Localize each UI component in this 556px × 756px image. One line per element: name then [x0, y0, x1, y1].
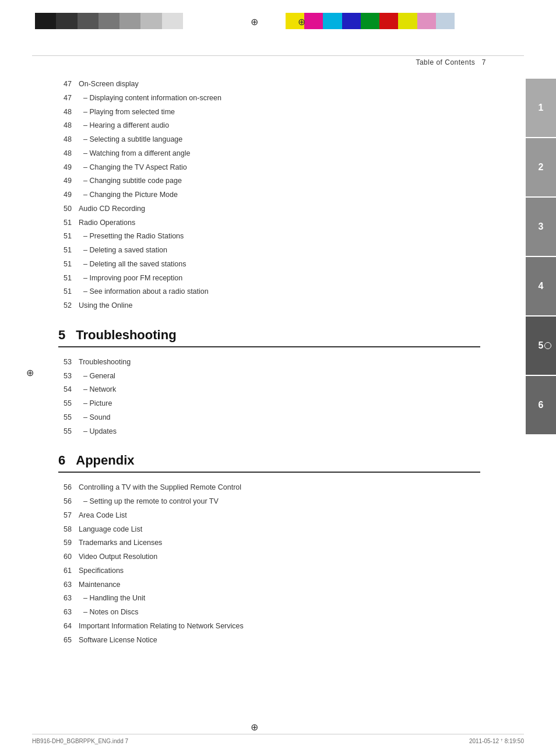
- toc-item-52: 52 Using the Online: [58, 300, 480, 311]
- toc-num: 51: [58, 217, 79, 228]
- toc-item-47b: 47 – Displaying content information on-s…: [58, 93, 480, 104]
- toc-text: Area Code List: [79, 510, 480, 521]
- toc-text: – Notes on Discs: [79, 607, 480, 618]
- toc-num: 51: [58, 273, 79, 284]
- toc-item-55a: 55 – Picture: [58, 398, 480, 409]
- toc-text: Controlling a TV with the Supplied Remot…: [79, 482, 480, 493]
- toc-num: 57: [58, 510, 79, 521]
- section-6-list: 56 Controlling a TV with the Supplied Re…: [58, 482, 480, 645]
- toc-num: 56: [58, 482, 79, 493]
- toc-item-48b: 48 – Hearing a different audio: [58, 120, 480, 131]
- toc-item-53b: 53 – General: [58, 371, 480, 382]
- toc-num: 64: [58, 621, 79, 632]
- toc-item-49a: 49 – Changing the TV Aspect Ratio: [58, 162, 480, 173]
- chapter-tab-1: 1: [526, 79, 556, 137]
- toc-text: – Sound: [79, 412, 480, 423]
- toc-item-51d: 51 – Deleting all the saved stations: [58, 259, 480, 270]
- toc-text: Maintenance: [79, 579, 480, 590]
- toc-text: – Displaying content information on-scre…: [79, 93, 480, 104]
- footer-line: [32, 734, 524, 734]
- reg-mark-bottom-center: ⊕: [251, 722, 258, 733]
- toc-text: – Selecting a subtitle language: [79, 134, 480, 145]
- toc-item-51c: 51 – Deleting a saved station: [58, 245, 480, 256]
- toc-num: 50: [58, 203, 79, 215]
- toc-num: 55: [58, 398, 79, 409]
- toc-item-55c: 55 – Updates: [58, 426, 480, 437]
- toc-text: – Picture: [79, 398, 480, 409]
- toc-item-61: 61 Specifications: [58, 565, 480, 576]
- toc-item-53a: 53 Troubleshooting: [58, 357, 480, 368]
- toc-item-54: 54 – Network: [58, 384, 480, 395]
- toc-text: Troubleshooting: [79, 357, 480, 368]
- toc-num: 49: [58, 175, 79, 187]
- color-bar-right: [286, 13, 455, 29]
- toc-num: 49: [58, 189, 79, 201]
- toc-item-48d: 48 – Watching from a different angle: [58, 148, 480, 159]
- chapter-tab-2: 2: [526, 138, 556, 196]
- toc-num: 51: [58, 259, 79, 270]
- toc-text: On-Screen display: [79, 79, 480, 90]
- toc-text: Software License Notice: [79, 635, 480, 646]
- toc-text: – See information about a radio station: [79, 286, 480, 297]
- chapter-tab-4: 4: [526, 257, 556, 315]
- toc-item-65: 65 Software License Notice: [58, 635, 480, 646]
- reg-mark-top-center: ⊕: [251, 16, 258, 27]
- section-5-header: 5 Troubleshooting: [58, 328, 480, 347]
- toc-num: 53: [58, 371, 79, 382]
- toc-num: 63: [58, 579, 79, 590]
- toc-text: Video Output Resolution: [79, 551, 480, 562]
- toc-item-49c: 49 – Changing the Picture Mode: [58, 189, 480, 201]
- toc-item-50: 50 Audio CD Recording: [58, 203, 480, 215]
- toc-text: – Hearing a different audio: [79, 120, 480, 131]
- main-content: 47 On-Screen display 47 – Displaying con…: [58, 79, 480, 648]
- toc-num: 47: [58, 93, 79, 104]
- toc-text: – Network: [79, 384, 480, 395]
- chapter-tab-5: 5: [526, 317, 556, 375]
- toc-num: 55: [58, 426, 79, 437]
- toc-num: 59: [58, 537, 79, 548]
- toc-item-51a: 51 Radio Operations: [58, 217, 480, 228]
- toc-num: 58: [58, 524, 79, 535]
- toc-text: Radio Operations: [79, 217, 480, 228]
- reg-mark-top-right: ⊕: [298, 16, 305, 27]
- toc-text: Audio CD Recording: [79, 203, 480, 215]
- footer-right: 2011-05-12 ꜛ 8:19:50: [469, 738, 524, 744]
- section-5-num: 5: [58, 328, 65, 343]
- toc-num: 55: [58, 412, 79, 423]
- toc-text: – Playing from selected time: [79, 107, 480, 118]
- toc-item-60: 60 Video Output Resolution: [58, 551, 480, 562]
- toc-num: 47: [58, 79, 79, 90]
- toc-num: 49: [58, 162, 79, 173]
- footer: HB916-DH0_BGBRPPK_ENG.indd 7 2011-05-12 …: [32, 734, 524, 744]
- color-bar-left: [35, 13, 204, 29]
- toc-text: – Watching from a different angle: [79, 148, 480, 159]
- toc-text: Important Information Relating to Networ…: [79, 621, 480, 632]
- toc-text: – Deleting all the saved stations: [79, 259, 480, 270]
- toc-num: 48: [58, 134, 79, 145]
- toc-num: 52: [58, 300, 79, 311]
- header-text: Table of Contents 7: [416, 58, 486, 66]
- toc-num: 48: [58, 148, 79, 159]
- toc-text: – Changing the TV Aspect Ratio: [79, 162, 480, 173]
- toc-text: – Updates: [79, 426, 480, 437]
- toc-text: – Deleting a saved station: [79, 245, 480, 256]
- toc-text: – Handling the Unit: [79, 593, 480, 604]
- toc-item-47a: 47 On-Screen display: [58, 79, 480, 90]
- toc-text: – Changing the Picture Mode: [79, 189, 480, 201]
- toc-item-51f: 51 – See information about a radio stati…: [58, 286, 480, 297]
- toc-text: Specifications: [79, 565, 480, 576]
- toc-text: – Presetting the Radio Stations: [79, 231, 480, 242]
- toc-num: 48: [58, 120, 79, 131]
- toc-item-51e: 51 – Improving poor FM reception: [58, 273, 480, 284]
- toc-item-59: 59 Trademarks and Licenses: [58, 537, 480, 548]
- header-line: [32, 55, 524, 56]
- toc-text: – Improving poor FM reception: [79, 273, 480, 284]
- chapter-tab-3: 3: [526, 198, 556, 256]
- toc-num: 56: [58, 496, 79, 507]
- toc-item-63c: 63 – Notes on Discs: [58, 607, 480, 618]
- section-5-list: 53 Troubleshooting 53 – General 54 – Net…: [58, 357, 480, 437]
- toc-num: 63: [58, 593, 79, 604]
- chapter-tab-6: 6: [526, 376, 556, 434]
- toc-item-49b: 49 – Changing subtitle code page: [58, 175, 480, 187]
- toc-num: 48: [58, 107, 79, 118]
